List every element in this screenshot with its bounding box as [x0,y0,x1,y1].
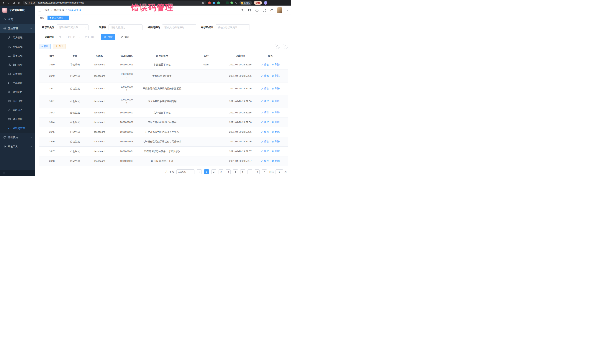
fullscreen-icon[interactable] [263,9,266,12]
toggle-search-button[interactable] [275,44,280,49]
page-button-4[interactable]: 4 [226,169,231,174]
refresh-button[interactable] [283,44,288,49]
browser-profile-avatar[interactable] [264,1,267,5]
tab-home[interactable]: 首页 [38,16,46,20]
forward-icon[interactable] [7,1,10,4]
user-avatar[interactable] [277,7,282,13]
sidebar-item-notices[interactable]: 通知公告 [0,88,35,97]
page-size-select[interactable]: 10条/页 [176,169,195,174]
sidebar-item-audit-logs[interactable]: 审计日志 [0,97,35,106]
sidebar-item-online-users[interactable]: 在线用户 [0,106,35,115]
font-size-icon[interactable]: TT [270,9,273,12]
delete-link[interactable]: 删除 [272,99,280,103]
sidebar-item-infrastructure[interactable]: 基础设施 [0,133,35,142]
pencil-icon [261,100,263,102]
bookmark-star-icon[interactable] [202,1,204,4]
address-divider [36,2,36,4]
page-button-6[interactable]: 6 [240,169,245,174]
page-button-3[interactable]: 3 [219,169,223,174]
extension-icon-drop[interactable] [213,1,215,4]
trash-icon [272,111,274,114]
paused-badge[interactable]: 已暂停 [240,1,252,5]
export-button[interactable]: 导出 [53,44,66,49]
page-button-5[interactable]: 5 [233,169,238,174]
breadcrumb-system[interactable]: 系统管理 [54,9,64,12]
calendar-icon [58,36,61,38]
edit-link[interactable]: 修改 [261,87,269,90]
extension-icon-grid[interactable] [221,1,224,4]
page-button-2[interactable]: 2 [211,169,216,174]
page-button-1[interactable]: 1 [204,169,209,174]
sidebar-toggle-icon[interactable] [38,9,42,12]
edit-link[interactable]: 修改 [261,140,269,143]
edit-link[interactable]: 修改 [261,149,269,153]
page-button-8[interactable]: 8 [255,169,260,174]
reload-icon[interactable] [12,1,16,4]
sidebar-item-users[interactable]: 用户管理 [0,33,35,42]
tab-error-code[interactable]: 错误码管理 [47,16,69,20]
page-size-value: 10条/页 [178,170,186,174]
edit-link[interactable]: 修改 [261,63,269,66]
delete-link[interactable]: 删除 [272,140,280,143]
trash-icon [272,131,274,133]
sidebar-item-error-code[interactable]: 错误码管理 [0,124,35,133]
next-page-button[interactable] [262,169,267,174]
delete-link[interactable]: 删除 [272,159,280,163]
sidebar-item-sms[interactable]: 短信管理 [0,115,35,124]
extension-icon-green[interactable] [231,1,233,4]
app-name-input[interactable] [109,24,142,30]
search-icon[interactable] [241,9,244,12]
sidebar-item-posts[interactable]: 岗位管理 [0,69,35,78]
goto-page-input[interactable] [276,169,283,174]
sidebar-item-devtools[interactable]: 研发工具 [0,142,35,151]
search-button[interactable]: 搜索 [101,34,116,40]
edit-link[interactable]: 修改 [261,130,269,134]
extension-icon-on[interactable]: on [226,1,229,4]
edit-link[interactable]: 修改 [261,111,269,114]
edit-link[interactable]: 修改 [261,74,269,77]
edit-link[interactable]: 修改 [261,99,269,103]
sidebar-item-home[interactable]: 首页 [0,15,35,24]
delete-link[interactable]: 删除 [272,130,280,134]
delete-link[interactable]: 删除 [272,149,280,153]
update-button[interactable]: 更新 [254,1,262,5]
extensions-puzzle-icon[interactable] [235,1,238,4]
delete-link[interactable]: 删除 [272,121,280,124]
back-icon[interactable] [2,1,5,4]
delete-link[interactable]: 删除 [272,87,280,90]
sidebar-collapse-bar[interactable] [0,170,35,176]
error-type-select[interactable]: 请选择错误码类型 [57,24,89,30]
cell-type: 自动生成 [65,147,85,156]
reset-button[interactable]: 重置 [118,34,132,40]
extension-icon-red[interactable] [208,1,211,4]
delete-link[interactable]: 删除 [272,111,280,114]
avatar-caret-icon[interactable] [287,10,288,11]
edit-link[interactable]: 修改 [261,159,269,163]
breadcrumb-home[interactable]: 首页 [45,9,50,12]
cell-code: 1001001003 [114,137,140,147]
github-icon[interactable] [248,9,251,12]
add-button[interactable]: + 新增 [39,44,51,49]
error-code-input[interactable] [162,24,196,30]
more-pages-button[interactable]: ••• [247,169,252,174]
delete-link[interactable]: 删除 [272,74,280,77]
help-icon[interactable]: ? [255,9,259,12]
vue-devtools-icon[interactable]: V [217,1,220,4]
edit-link[interactable]: 修改 [261,121,269,124]
date-range-picker[interactable]: 开始日期 - 结束日期 [57,34,99,40]
address-bar[interactable]: 不安全 dashboard.yudao.iocoder.cn/system/er… [23,1,206,5]
browser-home-icon[interactable] [17,1,21,4]
error-hint-input[interactable] [216,24,250,30]
delete-link[interactable]: 删除 [272,63,280,66]
sidebar-item-system[interactable]: 系统管理 [0,24,35,33]
sidebar-item-menus[interactable]: 菜单管理 [0,51,35,60]
tags-view-bar: 首页 错误码管理 [35,15,291,21]
tab-close-icon[interactable] [64,17,67,19]
cell-app: dashboard [85,60,114,70]
sidebar-item-roles[interactable]: 角色管理 [0,42,35,51]
sidebar-item-departments[interactable]: 部门管理 [0,60,35,69]
cell-type: 自动生成 [65,127,85,137]
sidebar-item-dictionary[interactable]: 字典管理 [0,78,35,88]
prev-page-button[interactable] [197,169,202,174]
cell-app: dashboard [85,82,114,95]
